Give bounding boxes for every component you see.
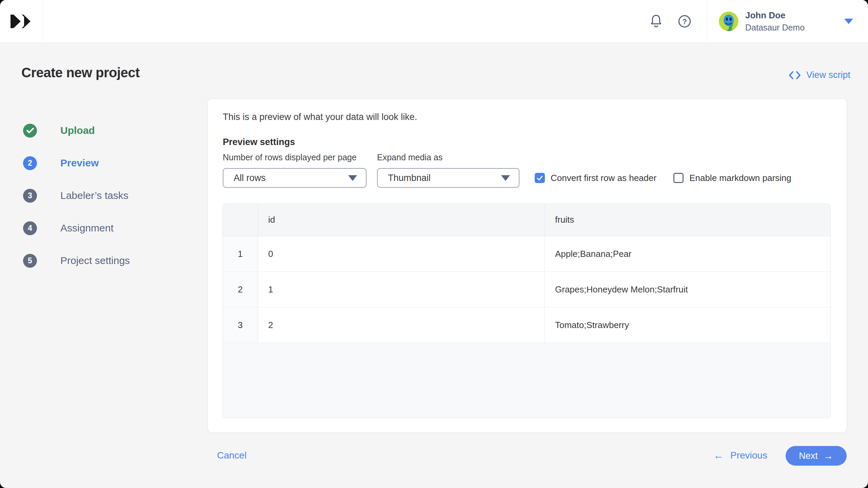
previous-label: Previous: [730, 450, 767, 461]
top-bar: ? John Doe: [0, 0, 868, 43]
user-info: John Doe Datasaur Demo: [745, 10, 823, 33]
rows-per-page-select[interactable]: All rows: [223, 168, 367, 188]
table-header-row: id fruits: [223, 204, 830, 236]
datasaur-logo[interactable]: [0, 0, 43, 43]
arrow-right-icon: →: [823, 451, 833, 461]
checkbox-label: Convert first row as header: [551, 173, 656, 183]
table-row: 1 0 Apple;Banana;Pear: [223, 236, 830, 272]
step-label: Upload: [60, 125, 95, 136]
chevron-down-icon: [844, 19, 853, 24]
step-number: 4: [23, 221, 37, 235]
id-cell: 1: [258, 272, 545, 307]
workspace-name: Datasaur Demo: [745, 23, 823, 33]
step-number: 2: [23, 156, 37, 170]
checkbox-checked-icon: [535, 173, 545, 183]
user-menu[interactable]: John Doe Datasaur Demo: [707, 10, 868, 33]
markdown-parsing-checkbox[interactable]: Enable markdown parsing: [673, 173, 791, 183]
table-empty-area: [223, 343, 830, 418]
view-script-link[interactable]: View script: [789, 70, 850, 80]
view-script-label: View script: [806, 70, 850, 80]
next-label: Next: [799, 451, 818, 461]
row-number-cell: 1: [223, 236, 258, 271]
rows-per-page-label: Number of rows displayed per page: [223, 152, 357, 162]
step-project-settings[interactable]: 5 Project settings: [23, 244, 130, 277]
header-gutter-cell: [223, 204, 258, 236]
header-fruits-cell: fruits: [545, 204, 830, 236]
question-circle-icon: ?: [678, 15, 691, 28]
convert-first-row-checkbox[interactable]: Convert first row as header: [535, 173, 656, 183]
table-row: 2 1 Grapes;Honeydew Melon;Starfruit: [223, 272, 830, 307]
help-button[interactable]: ?: [674, 11, 695, 32]
step-labelers-tasks[interactable]: 3 Labeler’s tasks: [23, 179, 130, 212]
preview-settings-title: Preview settings: [223, 137, 295, 147]
page-title: Create new project: [21, 65, 140, 80]
expand-media-select[interactable]: Thumbnail: [377, 168, 519, 188]
step-preview[interactable]: 2 Preview: [23, 147, 130, 179]
id-cell: 0: [258, 236, 545, 271]
expand-media-value: Thumbnail: [388, 173, 431, 183]
step-assignment[interactable]: 4 Assignment: [23, 212, 130, 244]
user-name: John Doe: [745, 10, 823, 21]
dinosaur-avatar-icon: [719, 12, 738, 31]
data-preview-table: id fruits 1 0 Apple;Banana;Pear 2 1 Grap…: [222, 203, 831, 418]
fruits-cell: Grapes;Honeydew Melon;Starfruit: [545, 272, 830, 307]
step-number: 5: [23, 254, 37, 268]
step-label: Labeler’s tasks: [60, 190, 129, 201]
expand-media-label: Expand media as: [377, 152, 442, 162]
step-upload[interactable]: Upload: [23, 114, 130, 147]
previous-button[interactable]: ← Previous: [713, 450, 767, 461]
header-id-cell: id: [258, 204, 545, 236]
checkbox-label: Enable markdown parsing: [689, 173, 791, 183]
rows-per-page-value: All rows: [234, 173, 266, 183]
arrow-left-icon: ←: [713, 450, 724, 461]
row-number-cell: 3: [223, 307, 258, 343]
checkbox-unchecked-icon: [673, 173, 684, 183]
step-label: Assignment: [60, 222, 114, 234]
caret-down-icon: [501, 175, 510, 181]
cancel-button[interactable]: Cancel: [217, 450, 246, 461]
code-icon: [789, 71, 801, 80]
next-button[interactable]: Next →: [786, 446, 847, 466]
step-number: 3: [23, 189, 37, 203]
row-number-cell: 2: [223, 272, 258, 307]
avatar: [719, 12, 738, 31]
notifications-button[interactable]: [646, 11, 666, 32]
fruits-cell: Apple;Banana;Pear: [545, 236, 830, 271]
preview-intro-text: This is a preview of what your data will…: [223, 112, 417, 122]
wizard-steps: Upload 2 Preview 3 Labeler’s tasks 4 Ass…: [23, 114, 130, 277]
svg-text:?: ?: [682, 17, 687, 26]
bell-icon: [649, 14, 663, 28]
datasaur-logo-icon: [11, 15, 32, 28]
step-label: Preview: [60, 157, 99, 169]
fruits-cell: Tomato;Strawberry: [545, 307, 830, 343]
preview-card: This is a preview of what your data will…: [208, 99, 847, 433]
step-check-icon: [23, 124, 37, 138]
caret-down-icon: [348, 175, 357, 181]
preview-options: Convert first row as header Enable markd…: [535, 168, 791, 188]
step-label: Project settings: [60, 255, 130, 266]
app-window: ? John Doe: [0, 0, 868, 488]
table-row: 3 2 Tomato;Strawberry: [223, 307, 830, 343]
id-cell: 2: [258, 307, 545, 343]
